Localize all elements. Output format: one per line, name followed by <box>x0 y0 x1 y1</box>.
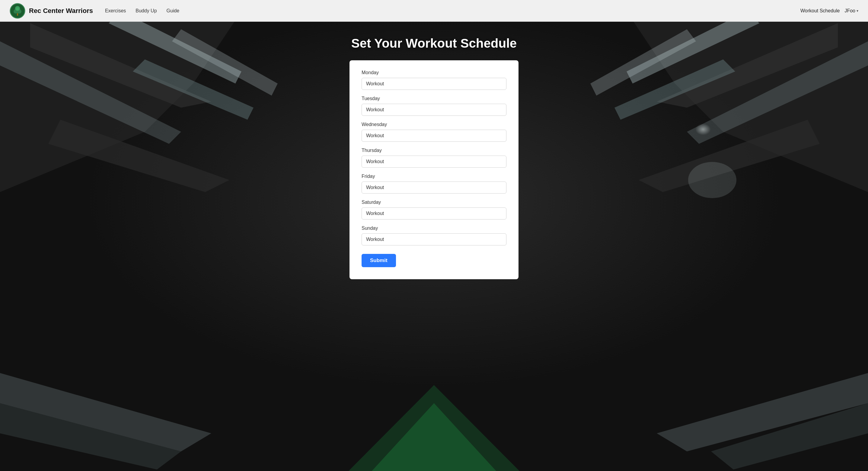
form-group-monday: Monday <box>362 70 506 90</box>
nav-links: Exercises Buddy Up Guide <box>105 8 800 13</box>
form-group-sunday: Sunday <box>362 226 506 245</box>
form-group-friday: Friday <box>362 174 506 194</box>
input-friday[interactable] <box>362 181 506 194</box>
workout-schedule-form-card: MondayTuesdayWednesdayThursdayFridaySatu… <box>349 60 519 279</box>
form-group-wednesday: Wednesday <box>362 122 506 142</box>
nav-exercises[interactable]: Exercises <box>105 8 126 13</box>
brand-logo-icon <box>10 3 25 19</box>
workout-schedule-form: MondayTuesdayWednesdayThursdayFridaySatu… <box>362 70 506 267</box>
brand-link[interactable]: Rec Center Warriors <box>10 3 93 19</box>
label-sunday: Sunday <box>362 226 506 231</box>
navbar-right: Workout Schedule JFoo ▾ <box>800 8 858 13</box>
form-group-saturday: Saturday <box>362 200 506 220</box>
svg-rect-2 <box>17 13 18 16</box>
input-monday[interactable] <box>362 78 506 90</box>
navbar: Rec Center Warriors Exercises Buddy Up G… <box>0 0 868 22</box>
label-saturday: Saturday <box>362 200 506 205</box>
submit-button[interactable]: Submit <box>362 254 396 267</box>
input-saturday[interactable] <box>362 207 506 220</box>
user-dropdown[interactable]: JFoo ▾ <box>844 8 858 13</box>
input-sunday[interactable] <box>362 233 506 245</box>
form-group-tuesday: Tuesday <box>362 96 506 116</box>
svg-point-7 <box>16 7 19 10</box>
nav-guide[interactable]: Guide <box>166 8 180 13</box>
workout-schedule-label: Workout Schedule <box>800 8 840 13</box>
brand-name: Rec Center Warriors <box>29 7 93 15</box>
label-friday: Friday <box>362 174 506 179</box>
form-group-thursday: Thursday <box>362 148 506 168</box>
page-title: Set Your Workout Schedule <box>351 36 517 51</box>
label-monday: Monday <box>362 70 506 75</box>
chevron-down-icon: ▾ <box>857 9 858 13</box>
label-tuesday: Tuesday <box>362 96 506 101</box>
main-content: Set Your Workout Schedule MondayTuesdayW… <box>0 22 868 471</box>
input-thursday[interactable] <box>362 156 506 168</box>
svg-point-31 <box>688 162 736 198</box>
input-wednesday[interactable] <box>362 130 506 142</box>
label-wednesday: Wednesday <box>362 122 506 127</box>
nav-buddy-up[interactable]: Buddy Up <box>135 8 157 13</box>
input-tuesday[interactable] <box>362 104 506 116</box>
user-name: JFoo <box>844 8 855 13</box>
label-thursday: Thursday <box>362 148 506 153</box>
